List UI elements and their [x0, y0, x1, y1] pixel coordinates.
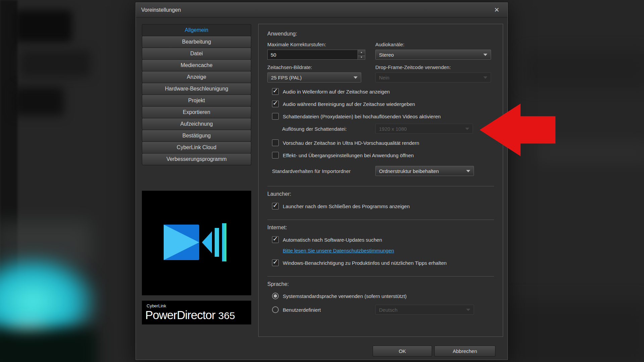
dropframe-value: Nein [379, 75, 389, 80]
checkbox-label: Effekt- und Übergangseinstellungen bei A… [283, 153, 414, 158]
max-undo-input-group: ▲ ▼ [267, 50, 365, 60]
shadow-resolution-value: 644 x 362 [379, 126, 407, 132]
dialog-titlebar[interactable]: Voreinstellungen ✕ [136, 3, 507, 17]
radio-dot-icon [274, 294, 277, 298]
section-sprache-heading: Sprache: [267, 281, 494, 287]
dialog-title: Voreinstellungen [141, 7, 181, 13]
spinner-up-icon[interactable]: ▲ [358, 50, 365, 55]
checkmark-icon: ✓ [273, 258, 278, 266]
brand-company: CyberLink [147, 303, 251, 308]
sidebar-item-mediencache[interactable]: Mediencache [142, 59, 251, 71]
checkbox-icon: ✓ [272, 152, 279, 159]
radio-icon [272, 293, 279, 299]
checkbox-icon: ✓ [272, 236, 279, 243]
radio-system-language[interactable]: Systemstandardsprache verwenden (sofern … [272, 293, 494, 299]
background-blur-shape [503, 302, 644, 362]
checkbox-label: Windows-Benachrichtigung zu Produktinfos… [283, 260, 447, 266]
max-undo-input[interactable] [267, 50, 358, 60]
audio-channels-value: Stereo [379, 52, 394, 58]
max-undo-spinner: ▲ ▼ [358, 50, 365, 60]
background-blur-shape [13, 87, 64, 116]
background-blur-shape [523, 50, 644, 87]
section-launcher-heading: Launcher: [267, 191, 494, 197]
shadow-resolution-dropdown: 644 x 362 [375, 124, 473, 134]
audio-channels-dropdown[interactable]: Stereo [375, 50, 491, 60]
checkbox-label: Schattendateien (Proxydateien) bei hocha… [283, 114, 441, 119]
chevron-down-icon [354, 76, 358, 79]
import-behavior-dropdown[interactable]: Ordnerstruktur beibehalten [375, 166, 474, 176]
sidebar-item-bearbeitung[interactable]: Bearbeitung [142, 36, 251, 48]
chevron-down-icon [466, 309, 470, 311]
desktop-background: Voreinstellungen ✕ Allgemein Bearbeitung… [0, 0, 644, 362]
checkbox-icon: ✓ [272, 88, 279, 95]
brand-box: CyberLink PowerDirector 365 [142, 301, 251, 324]
background-blur-shape [20, 50, 91, 77]
timeline-framerate-dropdown[interactable]: 25 FPS (PAL) [267, 72, 361, 82]
cancel-button[interactable]: Abbrechen [434, 346, 495, 357]
sidebar-item-cyberlink-cloud[interactable]: CyberLink Cloud [142, 141, 251, 154]
radio-icon [272, 306, 279, 313]
section-divider [267, 220, 494, 220]
preferences-dialog: Voreinstellungen ✕ Allgemein Bearbeitung… [136, 2, 508, 360]
checkbox-icon: ✓ [272, 101, 279, 107]
background-blur-shape [537, 141, 644, 164]
checkbox-effect-settings[interactable]: ✓ Effekt- und Übergangseinstellungen bei… [272, 152, 494, 159]
sidebar-item-hardware-beschleunigung[interactable]: Hardware-Beschleunigung [142, 83, 251, 95]
background-blur-shape [15, 10, 72, 42]
sidebar-item-aufzeichnung[interactable]: Aufzeichnung [142, 118, 251, 130]
chevron-down-icon [483, 54, 487, 56]
custom-language-value: Deutsch [379, 307, 397, 313]
radio-label: Benutzerdefiniert [283, 307, 375, 313]
checkbox-label: Vorschau der Zeitachse in Ultra HD-Vorsc… [283, 140, 419, 146]
section-internet-heading: Internet: [267, 225, 494, 231]
brand-edition: 365 [218, 310, 235, 321]
sidebar-item-anzeige[interactable]: Anzeige [142, 71, 251, 83]
checkbox-label: Automatisch nach Software-Updates suchen [283, 237, 382, 243]
audio-channels-label: Audiokanäle: [375, 42, 494, 47]
ok-button[interactable]: OK [373, 346, 432, 357]
sidebar-item-datei[interactable]: Datei [142, 48, 251, 60]
checkbox-windows-notifications[interactable]: ✓ Windows-Benachrichtigung zu Produktinf… [272, 259, 494, 266]
timeline-framerate-value: 25 FPS (PAL) [271, 75, 302, 80]
checkbox-icon: ✓ [272, 203, 279, 209]
timeline-framerate-label: Zeitachsen-Bildrate: [267, 64, 375, 70]
powerdirector-logo-icon [158, 216, 235, 270]
chevron-down-icon [483, 76, 487, 79]
sidebar-item-projekt[interactable]: Projekt [142, 95, 251, 107]
custom-language-dropdown: Deutsch [375, 305, 474, 315]
checkbox-icon: ✓ [272, 113, 279, 120]
radio-label: Systemstandardsprache verwenden (sofern … [283, 293, 407, 299]
powerdirector-logo [142, 191, 251, 295]
sidebar-item-exportieren[interactable]: Exportieren [142, 106, 251, 118]
checkbox-software-updates[interactable]: ✓ Automatisch nach Software-Updates such… [272, 236, 494, 243]
checkbox-uhd-preview[interactable]: ✓ Vorschau der Zeitachse in Ultra HD-Vor… [272, 139, 494, 146]
checkbox-icon: ✓ [272, 259, 279, 266]
checkbox-audio-scrub[interactable]: ✓ Audio während Bereinigung auf der Zeit… [272, 101, 494, 107]
close-icon[interactable]: ✕ [491, 6, 502, 14]
sidebar-item-verbesserungsprogramm[interactable]: Verbesserungsprogramm [142, 153, 251, 165]
spinner-down-icon[interactable]: ▼ [358, 55, 365, 60]
dropframe-label: Drop-Frame-Zeitcode verwenden: [375, 64, 494, 70]
settings-panel: Anwendung: Maximale Korrekturstufen: ▲ ▼… [258, 24, 503, 337]
checkbox-shadow-files[interactable]: ✓ Schattendateien (Proxydateien) bei hoc… [272, 113, 494, 120]
sidebar-item-bestaetigung[interactable]: Bestätigung [142, 130, 251, 142]
section-divider [267, 186, 494, 186]
checkbox-label: Audio während Bereinigung auf der Zeitac… [283, 101, 415, 107]
radio-custom-language[interactable]: Benutzerdefiniert Deutsch [272, 305, 494, 315]
checkbox-show-launcher[interactable]: ✓ Launcher nach dem Schließen des Progra… [272, 203, 494, 209]
privacy-policy-link[interactable]: Bitte lesen Sie unsere Datenschutzbestim… [283, 248, 394, 253]
checkmark-icon: ✓ [273, 235, 278, 243]
checkbox-audio-waveform[interactable]: ✓ Audio in Wellenform auf der Zeitachse … [272, 88, 494, 95]
checkbox-icon: ✓ [272, 139, 279, 146]
section-divider [267, 276, 494, 277]
category-sidebar: Allgemein Bearbeitung Datei Mediencache … [142, 24, 251, 165]
import-behavior-label: Standardverhalten für Importordner [272, 168, 375, 174]
chevron-down-icon [466, 170, 470, 172]
checkbox-label: Audio in Wellenform auf der Zeitachse an… [283, 89, 390, 95]
section-anwendung-heading: Anwendung: [267, 31, 494, 37]
chevron-down-icon [465, 128, 469, 130]
checkbox-label: Launcher nach dem Schließen des Programm… [283, 203, 410, 209]
background-blur-shape [0, 328, 97, 362]
shadow-resolution-label: Auflösung der Schattendatei: [282, 126, 375, 132]
sidebar-item-allgemein[interactable]: Allgemein [142, 24, 251, 36]
